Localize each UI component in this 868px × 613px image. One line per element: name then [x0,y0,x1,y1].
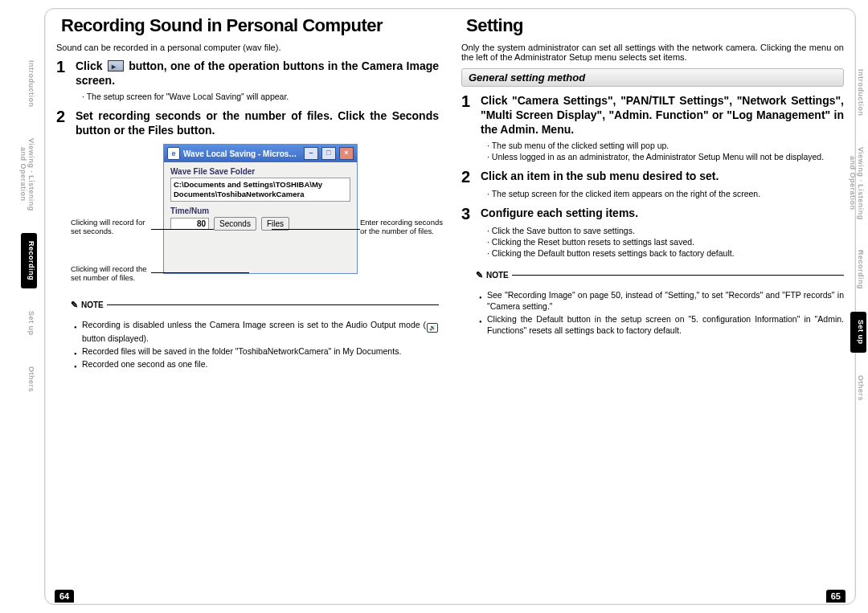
page-spread: Recording Sound in Personal Computer Sou… [44,8,856,605]
left-step-2: 2 Set recording seconds or the number of… [56,108,439,137]
right-note-list: See "Recording Image" on page 50, instea… [479,289,844,336]
step-number: 2 [56,108,69,137]
step-2-text: Set recording seconds or the number of f… [76,108,439,137]
speaker-icon: 🔊 [427,323,438,333]
step-1-sub: The setup screen for "Wave Local Saving"… [82,91,439,102]
right-page: Setting Only the system administrator ca… [450,9,855,604]
left-intro: Sound can be recorded in a personal comp… [56,43,439,52]
dialog-title-text: Wave Local Saving - Microsoft I… [183,149,301,158]
right-intro: Only the system administrator can set al… [461,43,844,62]
pencil-icon [71,300,78,310]
note-header-left: NOTE [71,300,439,310]
tab-others: Others [21,358,37,400]
step-1-text: Click "Camera Settings", "PAN/TILT Setti… [481,93,844,137]
step-1-sub-b: Unless logged in as an administrator, th… [487,151,844,162]
right-step-3: 3 Configure each setting items. [461,206,844,222]
folder-label: Wave File Save Folder [170,167,350,176]
note-item: See "Recording Image" on page 50, instea… [479,289,844,312]
general-setting-method-header: General setting method [461,68,844,87]
left-title: Recording Sound in Personal Computer [61,15,383,35]
step-2-text: Click an item in the sub menu desired to… [481,169,719,185]
tab-viewing: Viewing · Listeningand Operation [850,139,866,228]
timenum-label: Time/Num [170,206,350,215]
maximize-icon: □ [321,147,336,160]
left-side-tabs: Introduction Viewing · Listeningand Oper… [21,52,37,400]
step-2-sub: The setup screen for the clicked item ap… [487,188,844,199]
step-3-text: Configure each setting items. [481,206,638,222]
step-3-sub-a: Click the Save button to save settings. [487,225,844,236]
right-step-1: 1 Click "Camera Settings", "PAN/TILT Set… [461,93,844,137]
close-icon: × [339,147,354,160]
wave-local-saving-dialog: e Wave Local Saving - Microsoft I… – □ ×… [163,144,358,274]
tab-setup: Set up [850,312,866,353]
callout-line [151,272,249,273]
tab-introduction: Introduction [850,61,866,125]
right-title: Setting [466,15,523,35]
right-title-bar: Setting [461,14,844,39]
tab-viewing: Viewing · Listeningand Operation [21,130,37,219]
callout-line [272,229,360,230]
page-number-left: 64 [55,590,74,603]
right-side-tabs: Introduction Viewing · Listeningand Oper… [850,61,866,409]
callout-enter: Enter recording seconds or the number of… [360,218,444,235]
timenum-value: 80 [170,218,209,230]
step-number: 1 [461,93,474,137]
left-page: Recording Sound in Personal Computer Sou… [45,9,450,604]
wave-record-icon [108,60,124,72]
step-1-sub-a: The sub menu of the clicked setting will… [487,140,844,151]
pencil-icon [476,270,483,280]
tab-others: Others [850,367,866,409]
step-number: 3 [461,206,474,222]
left-title-bar: Recording Sound in Personal Computer [56,14,439,39]
tab-introduction: Introduction [21,52,37,116]
callout-seconds: Clicking will record for set seconds. [71,218,151,235]
dialog-body: Wave File Save Folder C:\Documents and S… [164,162,357,235]
note-label: NOTE [486,271,509,280]
ie-icon: e [167,147,180,160]
step-1-text: Click button, one of the operation butto… [76,59,439,88]
step-number: 1 [56,59,69,88]
step-number: 2 [461,169,474,185]
step-3-sub-c: Clicking the Default button resets setti… [487,247,844,259]
callout-line [151,229,214,230]
note-header-right: NOTE [476,270,844,280]
tab-recording: Recording [21,233,37,288]
tab-setup: Set up [21,303,37,344]
page-number-right: 65 [826,590,845,603]
note-label: NOTE [81,300,104,309]
left-note-list: Recording is disabled unless the Camera … [74,319,439,370]
seconds-button: Seconds [214,217,256,231]
note-item: Recorded files will be saved in the fold… [74,345,439,357]
right-step-2: 2 Click an item in the sub menu desired … [461,169,844,185]
note-item: Recording is disabled unless the Camera … [74,319,439,344]
minimize-icon: – [304,147,318,160]
folder-path-field: C:\Documents and Settings\TOSHIBA\My Doc… [170,178,350,202]
left-step-1: 1 Click button, one of the operation but… [56,59,439,88]
step-3-sub-b: Clicking the Reset button resets to sett… [487,236,844,247]
note-item: Clicking the Default button in the setup… [479,313,844,336]
tab-recording: Recording [850,242,866,297]
dialog-titlebar: e Wave Local Saving - Microsoft I… – □ × [164,145,357,162]
note-item: Recorded one second as one file. [74,358,439,370]
dialog-illustration: e Wave Local Saving - Microsoft I… – □ ×… [79,144,439,288]
callout-files: Clicking will record the set number of f… [71,264,151,282]
